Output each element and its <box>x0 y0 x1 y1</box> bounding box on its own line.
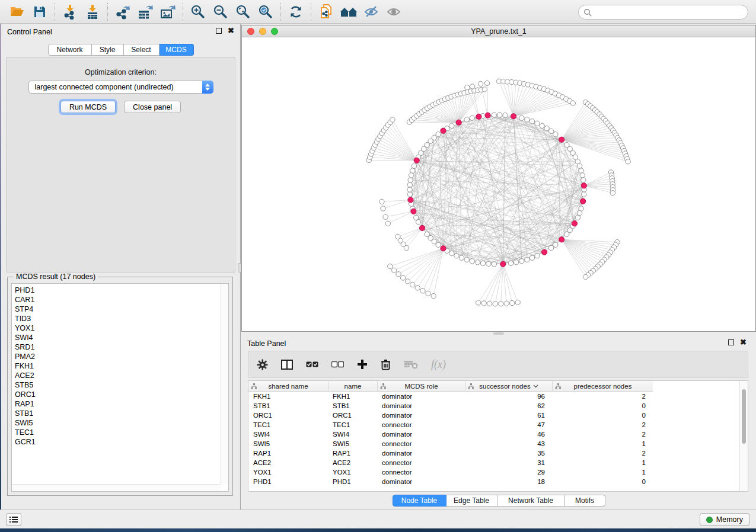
table-row[interactable]: SWI5SWI5connector431 <box>248 439 739 448</box>
zoom-out-icon <box>213 4 228 20</box>
table-row[interactable]: FKH1FKH1dominator962 <box>248 392 739 401</box>
mcds-node-item[interactable]: SWI4 <box>15 333 221 342</box>
table-row[interactable]: RAP1RAP1dominator352 <box>248 448 739 458</box>
optimization-criterion-select[interactable]: largest connected component (undirected) <box>28 81 213 94</box>
table-cell: dominator <box>377 411 465 420</box>
mcds-node-item[interactable]: FKH1 <box>15 361 221 371</box>
table-tab-node-table[interactable]: Node Table <box>393 495 446 507</box>
node-table-header-row: shared namenameMCDS rolesuccessor nodesp… <box>248 381 653 392</box>
search-input[interactable] <box>595 8 737 17</box>
network-window-titlebar[interactable]: YPA_prune.txt_1 <box>242 25 755 37</box>
close-table-panel-icon[interactable]: ✖ <box>740 339 747 345</box>
hide-selected-button[interactable] <box>360 2 382 21</box>
table-cell: STB1 <box>248 401 328 411</box>
table-row[interactable]: TEC1TEC1connector472 <box>248 420 739 430</box>
mcds-node-item[interactable]: YOX1 <box>15 323 221 333</box>
memory-button[interactable]: Memory <box>700 513 749 526</box>
save-session-button[interactable] <box>28 2 51 21</box>
mcds-result-list[interactable]: PHD1CAR1STP4TID3YOX1SWI4SRD1PMA2FKH1ACE2… <box>12 284 221 484</box>
table-row[interactable]: ACE2ACE2connector311 <box>248 458 739 467</box>
table-cell: dominator <box>377 448 465 458</box>
network-canvas[interactable] <box>242 37 755 331</box>
mcds-node-item[interactable]: SWI5 <box>15 418 221 428</box>
function-builder-button[interactable]: f(x) <box>431 358 446 371</box>
select-all-button[interactable] <box>306 361 318 368</box>
column-header-successor-nodes[interactable]: successor nodes <box>465 381 552 392</box>
horizontal-splitter-handle[interactable] <box>493 332 504 335</box>
close-panel-button[interactable]: Close panel <box>124 101 181 113</box>
table-cell: connector <box>377 458 465 467</box>
table-tab-motifs[interactable]: Motifs <box>565 495 605 507</box>
column-header-name[interactable]: name <box>328 381 377 392</box>
run-mcds-button[interactable]: Run MCDS <box>60 101 116 113</box>
tab-mcds[interactable]: MCDS <box>160 44 194 56</box>
control-panel-title: Control Panel <box>7 28 52 36</box>
table-row[interactable]: SWI4SWI4dominator462 <box>248 430 739 439</box>
table-panel-tabs: Node TableEdge TableNetwork TableMotifs <box>241 495 756 507</box>
tab-style[interactable]: Style <box>92 44 124 56</box>
control-panel-header: Control Panel ✖ <box>1 24 240 39</box>
tab-network[interactable]: Network <box>48 44 92 56</box>
table-settings-button[interactable] <box>257 359 268 370</box>
table-cell: STB1 <box>328 401 377 411</box>
export-table-icon <box>138 4 153 20</box>
zoom-fit-button[interactable] <box>232 2 254 21</box>
mcds-node-item[interactable]: CAR1 <box>15 295 221 305</box>
mcds-node-item[interactable]: SRD1 <box>15 342 221 352</box>
import-network-button[interactable] <box>59 2 81 21</box>
zoom-out-button[interactable] <box>209 2 232 21</box>
mcds-node-item[interactable]: ORC1 <box>15 390 221 399</box>
export-network-button[interactable] <box>111 2 134 21</box>
export-table-button[interactable] <box>134 2 157 21</box>
add-column-button[interactable] <box>357 359 368 370</box>
column-header-shared-name[interactable]: shared name <box>248 381 328 392</box>
refresh-button[interactable] <box>285 2 307 21</box>
task-history-button[interactable] <box>6 513 21 526</box>
zoom-in-button[interactable] <box>187 2 209 21</box>
column-header-mcds-role[interactable]: MCDS role <box>377 381 465 392</box>
search-field[interactable] <box>578 5 748 20</box>
mcds-node-item[interactable]: RAP1 <box>15 399 221 409</box>
table-row[interactable]: ORC1ORC1dominator610 <box>248 411 739 420</box>
mcds-list-horizontal-scrollbar[interactable] <box>12 484 221 491</box>
mcds-node-item[interactable]: STP4 <box>15 305 221 314</box>
mcds-node-item[interactable]: PMA2 <box>15 352 221 361</box>
table-cell: 1 <box>552 439 653 448</box>
show-eye-icon <box>386 5 401 18</box>
mcds-node-item[interactable]: STB5 <box>15 380 221 390</box>
table-vertical-scrollbar[interactable] <box>739 381 748 491</box>
table-row[interactable]: YOX1YOX1connector291 <box>248 467 739 477</box>
open-file-button[interactable] <box>6 2 28 21</box>
export-image-button[interactable] <box>157 2 179 21</box>
mcds-node-item[interactable]: TEC1 <box>15 428 221 437</box>
table-scrollbar-thumb[interactable] <box>742 389 746 444</box>
import-table-button[interactable] <box>81 2 104 21</box>
float-panel-icon[interactable] <box>216 28 222 34</box>
delete-table-button[interactable] <box>404 360 418 369</box>
show-columns-button[interactable] <box>281 360 293 370</box>
mcds-node-item[interactable]: PHD1 <box>15 286 221 295</box>
mcds-node-item[interactable]: STB1 <box>15 409 221 418</box>
table-row[interactable]: STB1STB1dominator620 <box>248 401 739 411</box>
tab-select[interactable]: Select <box>124 44 160 56</box>
delete-column-button[interactable] <box>381 359 391 370</box>
mcds-node-item[interactable]: ACE2 <box>15 371 221 380</box>
close-panel-icon[interactable]: ✖ <box>228 28 234 34</box>
network-files-button[interactable] <box>315 2 337 21</box>
table-row[interactable]: PHD1PHD1dominator180 <box>248 477 739 486</box>
float-table-panel-icon[interactable] <box>728 339 734 345</box>
toolbar-separator <box>311 3 311 21</box>
table-cell: 96 <box>465 392 552 401</box>
mcds-node-item[interactable]: GCR1 <box>15 437 221 447</box>
zoom-selected-button[interactable] <box>254 2 277 21</box>
table-tab-edge-table[interactable]: Edge Table <box>446 495 497 507</box>
search-icon <box>583 8 592 17</box>
show-all-button[interactable] <box>382 2 405 21</box>
table-tab-network-table[interactable]: Network Table <box>497 495 565 507</box>
first-neighbors-button[interactable] <box>337 2 360 21</box>
mcds-list-vertical-scrollbar[interactable] <box>221 284 228 484</box>
column-header-predecessor-nodes[interactable]: predecessor nodes <box>552 381 653 392</box>
unselect-all-button[interactable] <box>331 361 344 368</box>
table-cell: 35 <box>465 448 552 458</box>
mcds-node-item[interactable]: TID3 <box>15 314 221 323</box>
